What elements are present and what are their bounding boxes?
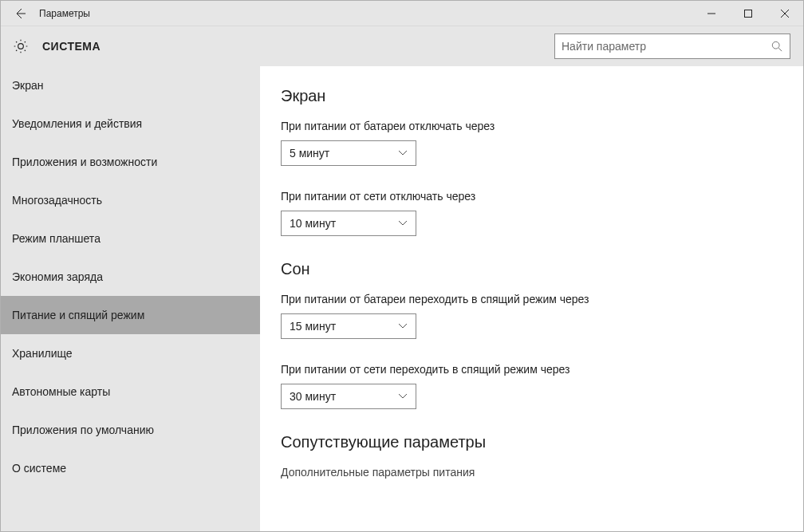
content-pane: Экран При питании от батареи отключать ч…: [260, 66, 803, 531]
sidebar-item-default-apps[interactable]: Приложения по умолчанию: [1, 411, 260, 449]
maximize-button[interactable]: [730, 1, 767, 26]
body: Экран Уведомления и действия Приложения …: [1, 66, 803, 531]
gear-icon: [12, 37, 30, 55]
chevron-down-icon: [398, 321, 408, 331]
section-heading-sleep: Сон: [281, 260, 794, 278]
maximize-icon: [744, 10, 752, 18]
sidebar-item-label: Хранилище: [12, 347, 73, 360]
section-heading-screen: Экран: [281, 87, 794, 105]
search-icon: [770, 40, 783, 53]
sidebar-item-multitasking[interactable]: Многозадачность: [1, 181, 260, 219]
dropdown-value: 30 минут: [290, 390, 336, 403]
battery-screen-off-label: При питании от батареи отключать через: [281, 120, 794, 132]
settings-window: Параметры СИСТЕМА Э: [0, 0, 804, 532]
battery-screen-off-dropdown[interactable]: 5 минут: [281, 140, 416, 166]
battery-sleep-label: При питании от батареи переходить в спящ…: [281, 293, 794, 305]
sidebar-item-label: Питание и спящий режим: [12, 309, 144, 321]
minimize-button[interactable]: [693, 1, 730, 26]
window-controls: [693, 1, 803, 26]
svg-point-1: [772, 41, 779, 49]
sidebar-item-power-sleep[interactable]: Питание и спящий режим: [1, 296, 260, 334]
search-field[interactable]: [554, 33, 790, 59]
additional-power-settings-link[interactable]: Дополнительные параметры питания: [281, 466, 794, 479]
back-button[interactable]: [12, 6, 28, 22]
dropdown-value: 5 минут: [290, 147, 329, 160]
sidebar-item-label: Экран: [12, 79, 44, 92]
section-heading-related: Сопутствующие параметры: [281, 433, 794, 451]
sidebar-item-tablet-mode[interactable]: Режим планшета: [1, 219, 260, 258]
arrow-left-icon: [14, 7, 26, 20]
sidebar: Экран Уведомления и действия Приложения …: [1, 66, 260, 531]
search-input[interactable]: [562, 40, 770, 53]
dropdown-value: 10 минут: [290, 217, 336, 230]
minimize-icon: [707, 10, 715, 18]
plugged-screen-off-dropdown[interactable]: 10 минут: [281, 211, 416, 236]
sidebar-item-label: Режим планшета: [12, 232, 100, 245]
titlebar: Параметры: [1, 1, 803, 26]
sidebar-item-label: Экономия заряда: [12, 270, 103, 283]
window-title: Параметры: [39, 8, 90, 19]
sidebar-item-notifications[interactable]: Уведомления и действия: [1, 104, 260, 143]
plugged-sleep-dropdown[interactable]: 30 минут: [281, 384, 416, 409]
chevron-down-icon: [398, 392, 408, 401]
dropdown-value: 15 минут: [290, 320, 336, 333]
chevron-down-icon: [398, 219, 408, 228]
sidebar-item-label: Приложения по умолчанию: [12, 424, 154, 436]
sidebar-item-battery-saver[interactable]: Экономия заряда: [1, 258, 260, 296]
svg-rect-0: [745, 10, 752, 17]
sidebar-item-label: О системе: [12, 462, 66, 475]
close-button[interactable]: [767, 1, 803, 26]
sidebar-item-apps[interactable]: Приложения и возможности: [1, 143, 260, 181]
sidebar-item-label: Многозадачность: [12, 194, 102, 207]
sidebar-item-label: Приложения и возможности: [12, 156, 157, 168]
close-icon: [781, 10, 789, 18]
page-title: СИСТЕМА: [42, 40, 100, 53]
sidebar-item-about[interactable]: О системе: [1, 449, 260, 487]
header: СИСТЕМА: [1, 26, 803, 66]
sidebar-item-label: Уведомления и действия: [12, 117, 142, 130]
sidebar-item-storage[interactable]: Хранилище: [1, 334, 260, 372]
sidebar-item-offline-maps[interactable]: Автономные карты: [1, 372, 260, 411]
plugged-sleep-label: При питании от сети переходить в спящий …: [281, 363, 794, 376]
battery-sleep-dropdown[interactable]: 15 минут: [281, 313, 416, 339]
chevron-down-icon: [398, 148, 408, 158]
sidebar-item-label: Автономные карты: [12, 385, 110, 398]
plugged-screen-off-label: При питании от сети отключать через: [281, 190, 794, 203]
sidebar-item-screen[interactable]: Экран: [1, 66, 260, 104]
